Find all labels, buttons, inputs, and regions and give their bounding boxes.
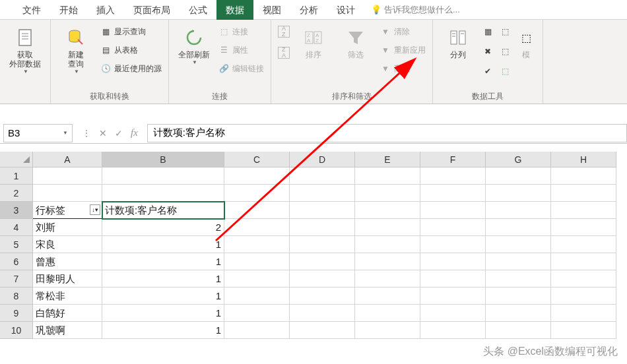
row-header[interactable]: 6 [0,253,33,270]
tool-button-6[interactable]: ⬚ [499,63,511,79]
cell[interactable] [420,185,486,202]
reapply-button[interactable]: ▼重新应用 [380,42,426,58]
tab-file[interactable]: 文件 [13,0,50,20]
row-header[interactable]: 9 [0,305,33,322]
row-header[interactable]: 8 [0,288,33,305]
tab-design[interactable]: 设计 [327,0,364,20]
cell[interactable] [420,305,486,322]
cell[interactable] [486,202,551,219]
col-header-f[interactable]: F [420,152,486,167]
cell[interactable] [486,270,551,288]
row-header[interactable]: 3 [0,202,33,219]
cell[interactable] [486,236,551,253]
cell[interactable] [486,322,551,339]
properties-button[interactable]: ☰属性 [218,42,264,58]
cell[interactable] [224,288,290,305]
col-header-h[interactable]: H [551,152,616,167]
cell[interactable] [290,288,355,305]
cell[interactable] [420,288,486,305]
cancel-icon[interactable]: ✕ [99,128,107,138]
cell[interactable] [224,305,290,322]
cell[interactable] [102,167,224,185]
cell[interactable] [33,185,102,202]
tool-button-1[interactable]: ▦ [482,24,494,40]
cell[interactable] [551,167,616,185]
row-header[interactable]: 10 [0,322,33,339]
cell[interactable] [290,236,355,253]
col-header-g[interactable]: G [486,152,551,167]
cell[interactable] [290,167,355,185]
cell[interactable] [486,219,551,236]
formula-input[interactable]: 计数项:客户名称 [147,124,627,142]
cell[interactable]: 常松非 [33,288,102,305]
cell[interactable] [486,288,551,305]
fx-icon[interactable]: fx [131,127,138,138]
model-button[interactable]: ⬚ 模 [516,24,536,59]
cell[interactable] [224,253,290,270]
show-queries-button[interactable]: ▦显示查询 [100,24,162,40]
new-query-button[interactable]: 新建查询 ▼ [57,24,94,75]
get-external-data-button[interactable]: 获取外部数据 ▼ [7,24,44,75]
cell[interactable]: 白鹄好 [33,305,102,322]
row-header[interactable]: 2 [0,185,33,202]
cell[interactable] [551,288,616,305]
cell[interactable] [290,253,355,270]
filter-dropdown-icon[interactable]: ↓▾ [90,204,100,215]
tool-button-5[interactable]: ⬚ [499,44,511,59]
col-header-a[interactable]: A [33,152,102,167]
pivot-row-label-header[interactable]: 行标签 ↓▾ [33,202,102,219]
cell[interactable] [290,270,355,288]
clear-button[interactable]: ▼清除 [380,24,426,40]
cell[interactable] [33,167,102,185]
cell[interactable] [551,185,616,202]
connections-button[interactable]: ⬚连接 [218,24,264,40]
cell[interactable] [224,322,290,339]
cell[interactable]: 巩虢啊 [33,322,102,339]
enter-icon[interactable]: ✓ [115,128,123,138]
from-table-button[interactable]: ▤从表格 [100,42,162,58]
pivot-count-header[interactable]: 计数项:客户名称 [102,202,224,219]
tool-button-4[interactable]: ⬚ [499,24,511,40]
filter-button[interactable]: 筛选 [337,24,374,59]
cell[interactable] [420,253,486,270]
tab-home[interactable]: 开始 [50,0,87,20]
cell[interactable] [355,219,420,236]
tool-button-3[interactable]: ✔ [482,63,494,79]
cell[interactable] [224,219,290,236]
cell[interactable] [486,185,551,202]
cell[interactable] [551,322,616,339]
name-box[interactable]: B3 ▼ [3,124,73,142]
tab-formulas[interactable]: 公式 [180,0,216,20]
cell[interactable] [551,305,616,322]
cell[interactable] [355,185,420,202]
cell[interactable]: 1 [102,253,224,270]
cell[interactable]: 刘斯 [33,219,102,236]
sort-desc-button[interactable]: ZA [278,45,290,61]
cell[interactable] [355,236,420,253]
row-header[interactable]: 7 [0,270,33,288]
cell[interactable] [290,322,355,339]
cell[interactable] [551,219,616,236]
cell[interactable] [224,167,290,185]
sort-button[interactable]: ZAAZ 排序 [295,24,332,59]
cell[interactable]: 2 [102,219,224,236]
cell[interactable] [355,167,420,185]
cell[interactable] [486,253,551,270]
cell[interactable] [290,219,355,236]
row-header[interactable]: 5 [0,236,33,253]
dropdown-icon[interactable]: ⋮ [82,128,91,138]
cell[interactable] [551,236,616,253]
text-to-columns-button[interactable]: 分列 [440,24,477,59]
cell[interactable] [420,219,486,236]
cell[interactable] [486,305,551,322]
cell[interactable] [224,270,290,288]
col-header-d[interactable]: D [290,152,355,167]
cell[interactable] [420,322,486,339]
row-header[interactable]: 4 [0,219,33,236]
cell[interactable] [551,202,616,219]
tab-insert[interactable]: 插入 [87,0,124,20]
cell[interactable] [355,202,420,219]
cell[interactable] [355,253,420,270]
cell[interactable] [290,305,355,322]
cell[interactable]: 1 [102,322,224,339]
